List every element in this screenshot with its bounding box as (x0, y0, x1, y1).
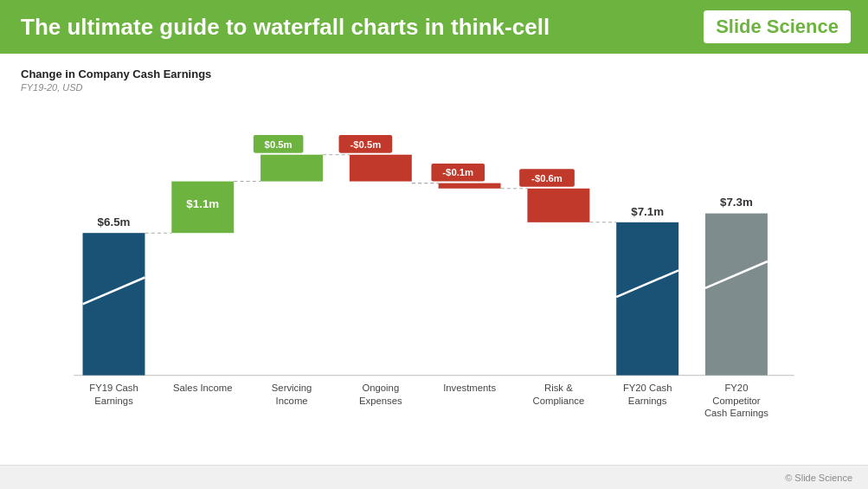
bar-fy19 (83, 233, 145, 375)
svg-text:-$0.5m: -$0.5m (350, 139, 381, 150)
svg-text:Servicing: Servicing (272, 383, 312, 393)
header-title: The ultimate guide to waterfall charts i… (21, 14, 550, 41)
chart-container: $6.5m FY19 Cash Earnings $1.1m Sales Inc… (21, 100, 847, 420)
svg-text:Expenses: Expenses (359, 396, 402, 406)
brand-science: Science (762, 16, 839, 37)
svg-text:Income: Income (276, 396, 308, 406)
svg-text:Competitor: Competitor (712, 396, 760, 406)
brand-slide: Slide (716, 16, 762, 37)
svg-text:Risk &: Risk & (544, 383, 573, 393)
svg-text:Investments: Investments (443, 383, 496, 393)
chart-area: Change in Company Cash Earnings FY19-20,… (0, 54, 868, 465)
svg-text:Cash Earnings: Cash Earnings (704, 408, 768, 418)
chart-title: Change in Company Cash Earnings (21, 68, 847, 80)
svg-text:$7.3m: $7.3m (720, 196, 753, 209)
chart-subtitle: FY19-20, USD (21, 82, 847, 93)
footer: © Slide Science (0, 465, 868, 489)
svg-text:FY20: FY20 (724, 383, 748, 393)
brand-logo: Slide Science (704, 10, 851, 43)
bar-risk (527, 189, 589, 222)
svg-text:FY19 Cash: FY19 Cash (89, 383, 138, 393)
bar-servicing (260, 155, 323, 182)
svg-text:-$0.1m: -$0.1m (442, 167, 473, 177)
svg-text:FY20 Cash: FY20 Cash (623, 383, 672, 393)
page: The ultimate guide to waterfall charts i… (0, 0, 868, 489)
svg-text:Compliance: Compliance (533, 396, 585, 406)
svg-text:Ongoing: Ongoing (362, 383, 399, 393)
svg-text:-$0.6m: -$0.6m (531, 173, 563, 183)
bar-investments (439, 183, 501, 189)
svg-text:$1.1m: $1.1m (186, 197, 219, 210)
bar-competitor (705, 214, 768, 376)
svg-text:Earnings: Earnings (628, 396, 667, 406)
svg-text:Earnings: Earnings (94, 396, 133, 406)
svg-text:$0.5m: $0.5m (265, 139, 293, 150)
svg-text:$6.5m: $6.5m (98, 216, 131, 228)
waterfall-chart: $6.5m FY19 Cash Earnings $1.1m Sales Inc… (21, 100, 847, 420)
bar-fy20 (616, 222, 678, 376)
header: The ultimate guide to waterfall charts i… (0, 0, 868, 54)
svg-text:Sales Income: Sales Income (173, 383, 232, 393)
bar-ongoing (350, 155, 412, 182)
footer-text: © Slide Science (785, 473, 852, 483)
svg-text:$7.1m: $7.1m (631, 205, 664, 218)
